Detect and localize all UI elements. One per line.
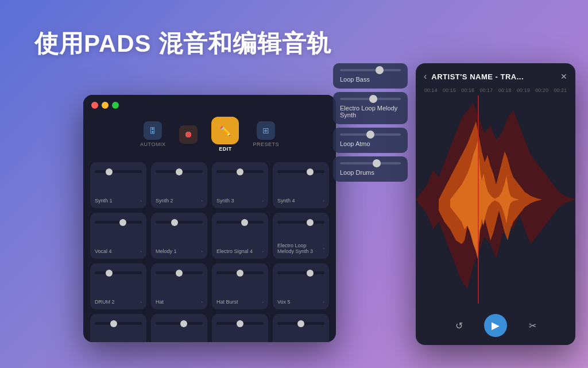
- pad-slider-thumb-3[interactable]: [307, 168, 314, 175]
- pad-slider-thumb-12[interactable]: [110, 320, 117, 327]
- pad-slider-thumb-10[interactable]: [237, 270, 243, 277]
- pad-slider-thumb-6[interactable]: [241, 219, 248, 226]
- pad-slider-thumb-7[interactable]: [307, 219, 314, 226]
- pad-slider-thumb-14[interactable]: [237, 320, 243, 327]
- pad-8[interactable]: DRUM 2 ›: [90, 263, 146, 309]
- pad-9[interactable]: Hat ›: [151, 263, 207, 309]
- automix-button[interactable]: 🎛 AUTOMIX: [140, 121, 165, 147]
- pad-slider-thumb-13[interactable]: [180, 320, 187, 327]
- pad-list-thumb-0[interactable]: [376, 66, 384, 74]
- pad-list-item-2[interactable]: Loop Atmo: [333, 128, 408, 153]
- replay-button[interactable]: ↺: [447, 314, 470, 337]
- pad-list-item-1[interactable]: Electro Loop Melody Synth: [333, 92, 408, 124]
- timeline-marker-1: 00:15: [440, 87, 458, 93]
- pad-arrow-9: ›: [201, 300, 203, 305]
- pad-slider-track-7: [277, 221, 324, 224]
- pad-list-name-2: Loop Atmo: [340, 140, 401, 147]
- timeline-marker-6: 00:20: [533, 87, 551, 93]
- pad-arrow-5: ›: [201, 249, 203, 254]
- waveform-title: ARTIST'S NAME - TRA...: [431, 72, 556, 81]
- edit-button[interactable]: ✏️ EDIT: [211, 117, 239, 152]
- waveform-header: ‹ ARTIST'S NAME - TRA... ✕: [416, 63, 575, 87]
- pad-slider-track-9: [156, 271, 203, 274]
- pad-list-panel: Loop Bass Electro Loop Melody Synth Loop…: [333, 63, 408, 182]
- pad-slider-track-2: [216, 170, 264, 173]
- page-title: 使用PADS 混音和编辑音轨: [34, 28, 331, 60]
- pads-grid: Synth 1 › Synth 2 › Synth 3 › Synth 4 ›: [83, 158, 336, 342]
- pad-arrow-11: ›: [323, 300, 324, 305]
- pad-arrow-8: ›: [140, 300, 142, 305]
- edit-icon: ✏️: [211, 117, 239, 144]
- pad-15[interactable]: [273, 314, 329, 342]
- timeline-marker-7: 00:21: [551, 87, 570, 93]
- pad-slider-track-10: [216, 271, 264, 274]
- minimize-traffic-light[interactable]: [102, 102, 109, 109]
- pad-slider-thumb-1[interactable]: [176, 168, 183, 175]
- pad-slider-track-5: [156, 221, 203, 224]
- pad-arrow-7: ›: [323, 246, 324, 251]
- timeline-marker-4: 00:18: [496, 87, 514, 93]
- pad-name-11: Vox 5: [277, 299, 291, 305]
- pad-list-thumb-3[interactable]: [373, 159, 381, 167]
- pad-name-2: Synth 3: [216, 198, 234, 204]
- pad-6[interactable]: Electro Signal 4 ›: [212, 213, 268, 259]
- pad-2[interactable]: Synth 3 ›: [212, 162, 268, 208]
- pad-3[interactable]: Synth 4 ›: [273, 162, 329, 208]
- presets-icon: ⊞: [257, 121, 275, 140]
- pad-14[interactable]: [212, 314, 268, 342]
- waveform-container: [416, 95, 575, 304]
- pad-list-thumb-1[interactable]: [369, 95, 377, 103]
- pad-name-3: Synth 4: [277, 198, 295, 204]
- presets-button[interactable]: ⊞ PRESETS: [253, 121, 279, 147]
- titlebar: [83, 95, 336, 113]
- pad-slider-thumb-8[interactable]: [106, 270, 113, 277]
- pad-13[interactable]: [151, 314, 207, 342]
- pad-footer-8: DRUM 2 ›: [95, 299, 142, 305]
- pad-list-item-3[interactable]: Loop Drums: [333, 156, 408, 182]
- pad-arrow-6: ›: [262, 249, 264, 254]
- pad-4[interactable]: Vocal 4 ›: [90, 213, 146, 259]
- record-icon: ⏺: [179, 125, 198, 144]
- pad-name-8: DRUM 2: [95, 299, 115, 305]
- pad-slider-thumb-5[interactable]: [171, 219, 178, 226]
- pad-slider-track-15: [277, 322, 324, 325]
- play-button[interactable]: ▶: [484, 314, 507, 337]
- pad-slider-track-4: [95, 221, 142, 224]
- pad-list-thumb-2[interactable]: [366, 131, 374, 139]
- pad-name-6: Electro Signal 4: [216, 248, 253, 254]
- waveform-svg: [416, 95, 575, 304]
- pad-footer-6: Electro Signal 4 ›: [216, 248, 264, 254]
- cut-button[interactable]: ✂: [521, 314, 544, 337]
- pad-list-slider-3: [340, 162, 401, 164]
- close-traffic-light[interactable]: [91, 102, 98, 109]
- app-window: 🎛 AUTOMIX ⏺ ✏️ EDIT ⊞ PRESETS Synth 1 › …: [83, 95, 336, 342]
- pad-slider-thumb-2[interactable]: [237, 168, 243, 175]
- presets-label: PRESETS: [253, 141, 279, 147]
- pad-5[interactable]: Melody 1 ›: [151, 213, 207, 259]
- timeline-marker-0: 00:14: [421, 87, 440, 93]
- pad-0[interactable]: Synth 1 ›: [90, 162, 146, 208]
- pad-slider-track-14: [216, 322, 264, 325]
- pad-slider-thumb-9[interactable]: [176, 270, 183, 277]
- pad-7[interactable]: Electro Loop Melody Synth 3 ›: [273, 213, 329, 259]
- maximize-traffic-light[interactable]: [112, 102, 119, 109]
- pad-arrow-10: ›: [262, 300, 264, 305]
- pad-10[interactable]: Hat Burst ›: [212, 263, 268, 309]
- waveform-panel: ‹ ARTIST'S NAME - TRA... ✕ 00:1400:1500:…: [416, 63, 575, 345]
- pad-slider-thumb-4[interactable]: [119, 219, 126, 226]
- pad-list-slider-0: [340, 69, 401, 71]
- pad-list-item-0[interactable]: Loop Bass: [333, 63, 408, 89]
- back-button[interactable]: ‹: [424, 71, 427, 82]
- pad-12[interactable]: [90, 314, 146, 342]
- pad-slider-thumb-0[interactable]: [106, 168, 113, 175]
- pad-slider-track-8: [95, 271, 142, 274]
- pad-slider-track-3: [277, 170, 324, 173]
- pad-slider-track-6: [216, 221, 264, 224]
- pad-11[interactable]: Vox 5 ›: [273, 263, 329, 309]
- pad-slider-thumb-15[interactable]: [297, 320, 304, 327]
- record-button[interactable]: ⏺: [179, 125, 198, 144]
- pad-slider-thumb-11[interactable]: [307, 270, 314, 277]
- waveform-close-button[interactable]: ✕: [560, 72, 567, 81]
- pad-1[interactable]: Synth 2 ›: [151, 162, 207, 208]
- pad-slider-track-11: [277, 271, 324, 274]
